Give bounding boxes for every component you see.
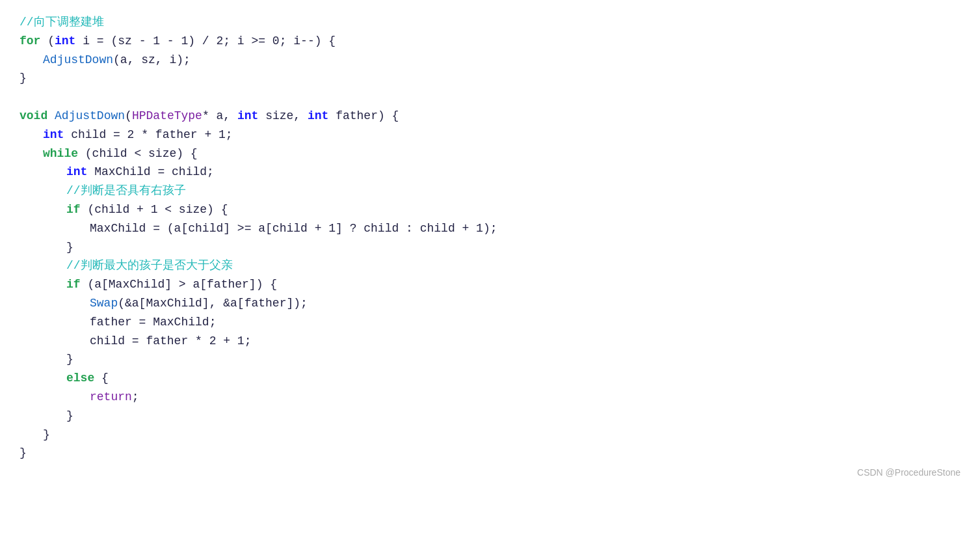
code-token: AdjustDown (55, 107, 125, 126)
code-token: int (55, 32, 75, 51)
code-line: Swap(&a[MaxChild], &a[father]); (20, 294, 960, 313)
code-line: int MaxChild = child; (20, 163, 960, 182)
watermark: CSDN @ProcedureStone (857, 465, 960, 480)
code-token: if (66, 200, 81, 219)
code-token: * a, (202, 107, 237, 126)
code-token: (child + 1 < size) { (81, 200, 228, 219)
code-token: HPDateType (132, 107, 202, 126)
code-token: ; (132, 388, 139, 407)
code-token: MaxChild = child; (87, 163, 213, 182)
code-token: } (66, 407, 73, 426)
code-token: father) { (328, 107, 399, 126)
code-token: } (66, 238, 73, 257)
code-line: //向下调整建堆 (20, 13, 960, 32)
code-line: } (20, 238, 960, 257)
code-line: //判断是否具有右孩子 (20, 182, 960, 200)
code-token: else (66, 369, 94, 388)
code-token: (a[MaxChild] > a[father]) { (81, 275, 277, 294)
code-token: } (43, 426, 50, 444)
code-line: } (20, 350, 960, 369)
code-token: int (43, 126, 64, 144)
code-token: void (20, 107, 47, 126)
code-line: //判断最大的孩子是否大于父亲 (20, 256, 960, 275)
code-token: Swap (90, 294, 118, 313)
code-block: //向下调整建堆for (int i = (sz - 1 - 1) / 2; i… (0, 0, 980, 489)
code-token: ( (40, 32, 55, 51)
code-token: AdjustDown (43, 51, 113, 70)
code-line: for (int i = (sz - 1 - 1) / 2; i >= 0; i… (20, 32, 960, 51)
code-token: //向下调整建堆 (20, 13, 104, 32)
code-token: child = father * 2 + 1; (90, 332, 251, 351)
code-token: (&a[MaxChild], &a[father]); (118, 294, 308, 313)
code-line: if (child + 1 < size) { (20, 200, 960, 219)
code-token: } (66, 350, 73, 369)
code-line (20, 88, 960, 107)
code-lines: //向下调整建堆for (int i = (sz - 1 - 1) / 2; i… (20, 13, 960, 463)
code-token: size, (258, 107, 308, 126)
code-line: while (child < size) { (20, 144, 960, 163)
code-line: if (a[MaxChild] > a[father]) { (20, 275, 960, 294)
code-line: else { (20, 369, 960, 388)
code-line: father = MaxChild; (20, 313, 960, 332)
code-token: if (66, 275, 81, 294)
code-token: father = MaxChild; (90, 313, 216, 332)
code-token: //判断是否具有右孩子 (66, 182, 186, 200)
code-token: //判断最大的孩子是否大于父亲 (66, 256, 233, 275)
code-token: for (20, 32, 40, 51)
code-line: child = father * 2 + 1; (20, 332, 960, 351)
code-line: } (20, 407, 960, 426)
code-token: ( (125, 107, 132, 126)
code-token: { (94, 369, 109, 388)
code-token: int (66, 163, 87, 182)
code-line: void AdjustDown(HPDateType* a, int size,… (20, 107, 960, 126)
code-line: } (20, 426, 960, 444)
code-line: return; (20, 388, 960, 407)
code-line: MaxChild = (a[child] >= a[child + 1] ? c… (20, 219, 960, 238)
code-token: return (90, 388, 132, 407)
code-token: } (20, 444, 27, 463)
code-token (47, 107, 55, 126)
code-token: (a, sz, i); (113, 51, 191, 70)
code-line: } (20, 69, 960, 88)
code-line: int child = 2 * father + 1; (20, 126, 960, 144)
code-token: while (43, 144, 78, 163)
code-token: MaxChild = (a[child] >= a[child + 1] ? c… (90, 219, 497, 238)
code-line: } (20, 444, 960, 463)
code-line: AdjustDown(a, sz, i); (20, 51, 960, 70)
code-token: (child < size) { (78, 144, 198, 163)
code-token: } (20, 69, 27, 88)
code-token: int (237, 107, 258, 126)
code-token: int (308, 107, 328, 126)
code-token: i = (sz - 1 - 1) / 2; i >= 0; i--) { (75, 32, 336, 51)
code-token: child = 2 * father + 1; (64, 126, 232, 144)
